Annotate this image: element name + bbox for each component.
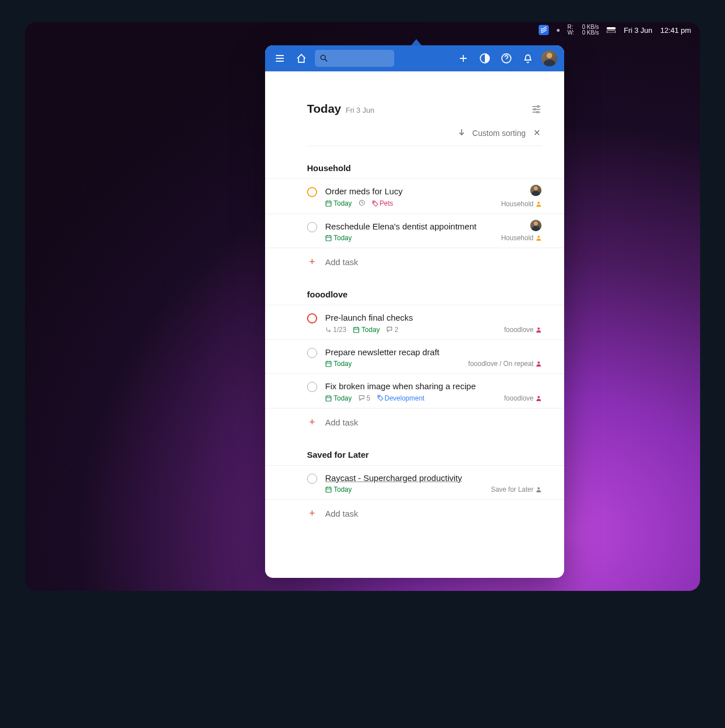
project-label[interactable]: fooodlove xyxy=(504,326,541,334)
task-checkbox[interactable] xyxy=(307,382,317,392)
section: HouseholdOrder meds for LucyTodayPetsHou… xyxy=(265,163,564,270)
project-label[interactable]: Household xyxy=(501,200,541,208)
due-date: Today xyxy=(353,326,379,334)
svg-rect-8 xyxy=(326,201,331,206)
add-task-button[interactable]: +Add task xyxy=(265,408,564,431)
control-center-icon[interactable] xyxy=(607,26,616,35)
task-title: Order meds for Lucy xyxy=(325,186,541,197)
due-date: Today xyxy=(325,486,352,493)
due-date: Today xyxy=(325,199,352,207)
svg-point-10 xyxy=(374,202,374,202)
task-row[interactable]: Order meds for LucyTodayPetsHousehold xyxy=(265,178,564,214)
task-row[interactable]: Pre-launch final checks1/23Today2fooodlo… xyxy=(265,305,564,339)
svg-point-15 xyxy=(538,327,540,330)
svg-rect-16 xyxy=(326,361,331,367)
svg-point-17 xyxy=(538,361,540,364)
comment-count: 5 xyxy=(359,394,370,402)
svg-rect-12 xyxy=(326,236,331,241)
project-color-icon xyxy=(536,327,541,333)
task-title: Raycast - Supercharged productivity xyxy=(325,472,541,484)
project-color-icon xyxy=(536,201,541,207)
menubar-time[interactable]: 12:41 pm xyxy=(660,26,691,35)
svg-point-5 xyxy=(538,106,539,108)
user-avatar[interactable] xyxy=(541,50,557,66)
task-row[interactable]: Fix broken image when sharing a recipeTo… xyxy=(265,373,564,408)
task-title: Pre-launch final checks xyxy=(325,312,541,323)
section: Saved for LaterRaycast - Supercharged pr… xyxy=(265,450,564,522)
home-icon[interactable] xyxy=(293,50,309,66)
add-task-button[interactable]: +Add task xyxy=(265,248,564,270)
task-title: Prepare newsletter recap draft xyxy=(325,347,541,358)
assignee-avatar[interactable] xyxy=(530,220,541,231)
disk-rw-indicator: R: W: xyxy=(568,24,574,36)
plus-icon: + xyxy=(307,256,317,268)
desktop-wallpaper: R: W: 0 KB/s 0 KB/s Fri 3 Jun 12:41 pm xyxy=(25,22,700,591)
app-topbar xyxy=(265,45,564,71)
macos-menubar: R: W: 0 KB/s 0 KB/s Fri 3 Jun 12:41 pm xyxy=(25,22,700,38)
view-options-icon[interactable] xyxy=(531,104,541,117)
svg-rect-18 xyxy=(326,396,331,401)
due-date: Today xyxy=(325,234,352,242)
add-task-button[interactable]: +Add task xyxy=(265,499,564,522)
header-date: Fri 3 Jun xyxy=(346,106,374,114)
sort-close-icon[interactable] xyxy=(532,129,541,138)
svg-rect-14 xyxy=(354,327,359,333)
section: fooodlovePre-launch final checks1/23Toda… xyxy=(265,290,564,431)
sort-bar: Custom sorting xyxy=(307,122,541,146)
project-label[interactable]: Household xyxy=(501,234,541,242)
svg-point-19 xyxy=(378,396,379,397)
task-row[interactable]: Prepare newsletter recap draftTodayfoood… xyxy=(265,339,564,374)
task-tag[interactable]: Development xyxy=(377,394,425,402)
plus-icon: + xyxy=(307,416,317,428)
task-checkbox[interactable] xyxy=(307,348,317,358)
task-tag[interactable]: Pets xyxy=(372,199,393,207)
view-header: Today Fri 3 Jun xyxy=(265,87,564,122)
svg-point-2 xyxy=(321,55,325,59)
subtask-count: 1/23 xyxy=(325,326,346,334)
project-label[interactable]: fooodlove / On repeat xyxy=(468,360,541,368)
content-scroll[interactable]: Today Fri 3 Jun Custom sorting Household… xyxy=(265,71,564,578)
sort-label[interactable]: Custom sorting xyxy=(472,129,526,138)
menubar-date[interactable]: Fri 3 Jun xyxy=(624,26,652,35)
due-date: Today xyxy=(325,394,352,402)
search-icon xyxy=(319,54,329,63)
plus-icon: + xyxy=(307,508,317,520)
productivity-icon[interactable] xyxy=(477,50,493,66)
project-color-icon xyxy=(536,235,541,241)
svg-rect-21 xyxy=(326,487,331,492)
project-label[interactable]: fooodlove xyxy=(504,394,541,402)
sort-direction-icon[interactable] xyxy=(458,128,466,138)
help-icon[interactable] xyxy=(498,50,514,66)
task-row[interactable]: Raycast - Supercharged productivityToday… xyxy=(265,465,564,500)
menu-icon[interactable] xyxy=(272,50,288,66)
svg-point-22 xyxy=(538,487,540,489)
add-task-icon[interactable] xyxy=(455,50,471,66)
task-row[interactable]: Reschedule Elena's dentist appointmentTo… xyxy=(265,214,564,248)
project-color-icon xyxy=(536,361,541,367)
task-checkbox[interactable] xyxy=(307,474,317,484)
project-label[interactable]: Save for Later xyxy=(491,486,541,493)
task-checkbox[interactable] xyxy=(307,313,317,323)
svg-point-20 xyxy=(538,396,540,398)
project-color-icon xyxy=(536,395,541,401)
recurring-icon xyxy=(359,199,365,208)
task-title: Fix broken image when sharing a recipe xyxy=(325,381,541,392)
page-title: Today xyxy=(307,102,341,116)
search-input[interactable] xyxy=(315,50,394,67)
task-title: Reschedule Elena's dentist appointment xyxy=(325,221,541,232)
notifications-icon[interactable] xyxy=(520,50,536,66)
task-checkbox[interactable] xyxy=(307,222,317,232)
project-color-icon xyxy=(536,487,541,492)
menubar-dot-icon xyxy=(557,29,560,32)
network-speed-indicator: 0 KB/s 0 KB/s xyxy=(582,24,599,36)
assignee-avatar[interactable] xyxy=(530,185,541,196)
task-checkbox[interactable] xyxy=(307,187,317,197)
todoist-popover: Today Fri 3 Jun Custom sorting Household… xyxy=(265,45,564,578)
todoist-menubar-icon[interactable] xyxy=(539,25,549,35)
section-title: fooodlove xyxy=(265,290,564,305)
comment-count: 2 xyxy=(386,326,398,334)
due-date: Today xyxy=(325,360,352,368)
svg-point-6 xyxy=(534,109,536,110)
svg-point-7 xyxy=(537,112,539,113)
section-title: Household xyxy=(265,163,564,178)
